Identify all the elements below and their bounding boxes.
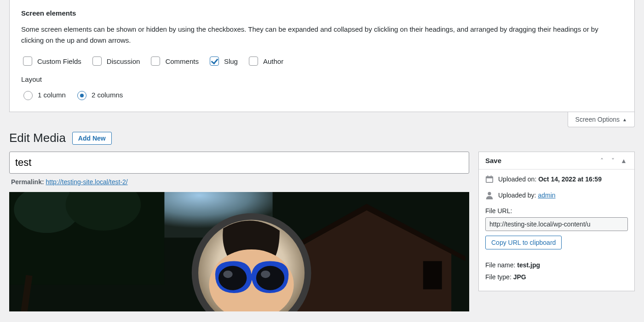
svg-rect-17 (486, 177, 493, 179)
svg-point-12 (256, 266, 284, 290)
file-type-value: JPG (513, 273, 526, 281)
file-url-label: File URL: (485, 207, 628, 215)
save-postbox: Save ˄ ˅ ▲ Uploaded on: Oct 14, 2022 at … (478, 152, 635, 291)
checkbox-slug[interactable]: Slug (208, 55, 238, 67)
file-type-row: File type: JPG (485, 273, 628, 281)
calendar-icon (485, 175, 494, 185)
add-new-button[interactable]: Add New (72, 132, 112, 145)
radio-1-column[interactable]: 1 column (21, 90, 66, 100)
uploaded-on-row: Uploaded on: Oct 14, 2022 at 16:59 (485, 175, 628, 185)
screen-elements-description: Some screen elements can be shown or hid… (21, 24, 623, 46)
uploaded-on-label: Uploaded on: (498, 175, 536, 183)
checkbox-comments-label: Comments (165, 57, 199, 65)
chevron-up-icon: ▲ (622, 117, 627, 122)
svg-point-20 (488, 192, 491, 195)
checkbox-custom-fields-input[interactable] (23, 56, 32, 66)
file-url-input[interactable] (485, 217, 628, 231)
side-column: Save ˄ ˅ ▲ Uploaded on: Oct 14, 2022 at … (478, 152, 635, 300)
svg-point-11 (218, 266, 247, 290)
svg-rect-19 (491, 175, 492, 178)
screen-options-panel: Screen elements Some screen elements can… (9, 0, 635, 112)
checkbox-discussion-input[interactable] (92, 56, 102, 66)
permalink-link[interactable]: http://testing-site.local/test-2/ (46, 178, 127, 186)
checkbox-slug-label: Slug (224, 57, 238, 65)
page-header: Edit Media Add New (9, 131, 635, 145)
file-name-label: File name: (485, 261, 515, 269)
permalink-row: Permalink: http://testing-site.local/tes… (11, 178, 467, 186)
uploaded-by-row: Uploaded by: admin (485, 191, 628, 201)
radio-1-column-input[interactable] (23, 91, 33, 100)
file-name-row: File name: test.jpg (485, 261, 628, 269)
chevron-up-icon[interactable]: ˄ (598, 157, 606, 164)
svg-rect-18 (488, 175, 489, 178)
checkbox-discussion[interactable]: Discussion (91, 55, 140, 67)
content-columns: Permalink: http://testing-site.local/tes… (9, 152, 635, 311)
checkbox-custom-fields-label: Custom Fields (37, 57, 81, 65)
chevron-down-icon[interactable]: ˅ (609, 157, 617, 164)
checkbox-comments[interactable]: Comments (149, 55, 199, 67)
postbox-handle-icons: ˄ ˅ ▲ (598, 157, 628, 164)
collapse-toggle-icon[interactable]: ▲ (620, 157, 628, 164)
screen-options-tab-label: Screen Options (575, 116, 620, 123)
screen-options-tab[interactable]: Screen Options ▲ (568, 112, 635, 127)
uploaded-by-link[interactable]: admin (538, 192, 555, 199)
checkbox-author[interactable]: Author (247, 55, 283, 67)
checkbox-discussion-label: Discussion (107, 57, 140, 65)
svg-point-13 (223, 271, 232, 278)
radio-2-columns-input[interactable] (77, 91, 86, 100)
radio-2-columns-label: 2 columns (92, 91, 123, 99)
permalink-label: Permalink: (11, 178, 44, 186)
save-postbox-header[interactable]: Save ˄ ˅ ▲ (479, 152, 634, 169)
screen-options-tab-holder: Screen Options ▲ (9, 112, 635, 127)
copy-url-button[interactable]: Copy URL to clipboard (485, 236, 562, 249)
main-column: Permalink: http://testing-site.local/tes… (9, 152, 469, 311)
media-preview-image (9, 192, 469, 311)
save-postbox-inside: Uploaded on: Oct 14, 2022 at 16:59 Uploa… (479, 169, 634, 291)
checkbox-slug-input[interactable] (210, 56, 219, 66)
layout-heading: Layout (21, 75, 623, 83)
checkbox-custom-fields[interactable]: Custom Fields (21, 55, 81, 67)
screen-elements-checkboxes: Custom Fields Discussion Comments Slug A… (21, 55, 623, 67)
screen-elements-heading: Screen elements (21, 9, 623, 17)
svg-rect-7 (423, 261, 442, 289)
save-postbox-title: Save (485, 157, 501, 164)
file-name-value: test.jpg (517, 261, 540, 269)
layout-radios: 1 column 2 columns (21, 90, 623, 100)
page-title: Edit Media (9, 131, 66, 145)
radio-2-columns[interactable]: 2 columns (75, 90, 123, 100)
uploaded-by-text: Uploaded by: admin (498, 191, 556, 200)
svg-point-14 (261, 271, 270, 278)
user-icon (485, 191, 494, 201)
uploaded-by-label: Uploaded by: (498, 192, 536, 199)
media-title-input[interactable] (9, 152, 469, 174)
radio-1-column-label: 1 column (38, 91, 66, 99)
checkbox-author-label: Author (263, 57, 283, 65)
uploaded-on-text: Uploaded on: Oct 14, 2022 at 16:59 (498, 175, 602, 184)
checkbox-author-input[interactable] (249, 56, 258, 66)
uploaded-on-value: Oct 14, 2022 at 16:59 (538, 175, 602, 183)
checkbox-comments-input[interactable] (151, 56, 160, 66)
file-type-label: File type: (485, 273, 512, 281)
